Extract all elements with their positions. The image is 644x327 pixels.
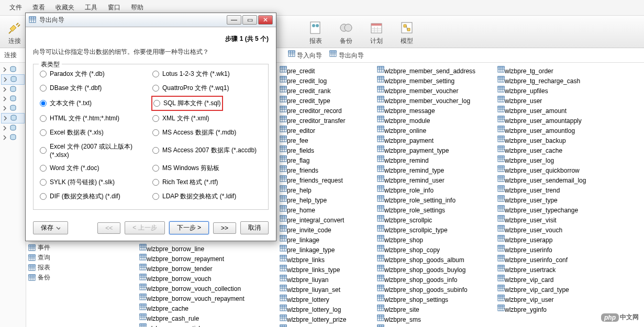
table-item[interactable]: wlzbpre_vip_card_type xyxy=(497,285,586,294)
table-item[interactable]: wlzbpre_tg_recharge_cash xyxy=(497,76,586,85)
table-item[interactable]: wlzbpre_liuyan xyxy=(280,275,365,284)
import-wizard-link[interactable]: 导入向导 xyxy=(288,50,322,60)
table-item[interactable]: wlzbpre_site xyxy=(377,305,475,313)
table-item[interactable]: wlzbpre_tg_order xyxy=(497,66,586,75)
dialog-titlebar[interactable]: 导出向导 — ▭ ✕ xyxy=(26,13,276,27)
table-item[interactable]: wlzbpre_user_type xyxy=(497,195,586,204)
table-item[interactable]: pre_editor xyxy=(280,126,365,134)
tree-item[interactable]: 报表 xyxy=(28,263,134,273)
table-item[interactable]: pre_friends_request xyxy=(280,175,365,184)
format-radio[interactable]: Rich Text 格式 (*.rtf) xyxy=(152,178,262,187)
table-item[interactable]: wlzbpre_userinfo xyxy=(497,245,586,254)
table-item[interactable]: pre_linkage xyxy=(280,235,365,244)
table-item[interactable]: wlzbpre_module xyxy=(377,116,475,125)
table-item[interactable]: pre_fields xyxy=(280,145,365,154)
tree-item[interactable]: 事件 xyxy=(28,243,134,253)
table-item[interactable]: pre_help_type xyxy=(280,195,365,204)
maximize-button[interactable]: ▭ xyxy=(242,15,257,25)
table-item[interactable]: wlzbpre_vip_card xyxy=(497,275,586,284)
table-item[interactable]: pre_creditor_transfer xyxy=(280,116,365,125)
table-item[interactable]: wlzbpre_member_voucher xyxy=(377,86,475,95)
sidebar-db-item[interactable] xyxy=(1,133,25,142)
table-item[interactable]: pre_flag xyxy=(280,155,365,164)
table-item[interactable]: wlzbpre_sms xyxy=(377,314,475,323)
table-item[interactable]: wlzbpre_user_trend xyxy=(497,185,586,194)
table-item[interactable]: wlzbpre_payment xyxy=(377,136,475,144)
format-radio[interactable]: Excel 文件 (2007 或以上版本) (*.xlsx) xyxy=(40,142,149,159)
format-radio[interactable]: QuattroPro 文件 (*.wq1) xyxy=(152,84,262,93)
table-item[interactable]: wlzbpre_borrow_vouch_collection xyxy=(139,284,245,292)
table-item[interactable]: wlzbpre_message xyxy=(377,106,475,115)
format-radio[interactable]: SYLK (符号链接) (*.slk) xyxy=(40,178,149,187)
format-radio[interactable]: HTML 文件 (*.htm;*.html) xyxy=(40,114,149,123)
table-item[interactable]: wlzbpre_upfiles xyxy=(497,86,586,95)
table-item[interactable]: wlzbpre_borrow_repayment xyxy=(139,254,245,263)
tool-connect[interactable]: 连接 xyxy=(4,18,25,46)
table-item[interactable]: wlzbpre_user_amount xyxy=(497,106,586,115)
table-item[interactable]: wlzbpre_remind_type xyxy=(377,165,475,174)
table-item[interactable]: wlzbpre_member_send_address xyxy=(377,66,475,75)
table-item[interactable]: wlzbpre_member_setting xyxy=(377,76,475,85)
last-button[interactable]: >> xyxy=(213,222,236,234)
next-button[interactable]: 下一步 > xyxy=(169,221,209,234)
tool-model[interactable]: 模型 xyxy=(396,18,417,46)
table-item[interactable]: wlzbpre_yginfo xyxy=(497,305,586,313)
format-radio[interactable]: DIF (数据交换格式) (*.dif) xyxy=(40,192,149,201)
table-item[interactable]: pre_integral_convert xyxy=(280,215,365,224)
table-item[interactable]: wlzbpre_payment_type xyxy=(377,145,475,154)
table-item[interactable]: wlzbpre_lottery_prize xyxy=(280,314,365,323)
sidebar-db-item[interactable] xyxy=(1,65,25,74)
table-item[interactable]: wlzbpre_remind_user xyxy=(377,175,475,184)
format-radio[interactable]: MS Access 2007 数据库 (*.accdb) xyxy=(152,142,262,159)
format-radio[interactable]: Lotus 1-2-3 文件 (*.wk1) xyxy=(152,70,262,78)
table-item[interactable]: wlzbpre_user_cache xyxy=(497,145,586,154)
format-radio[interactable]: MS Windows 剪贴板 xyxy=(152,164,262,173)
table-item[interactable]: wlzbpre_lottery xyxy=(280,295,365,303)
format-radio[interactable]: SQL 脚本文件 (*.sql) xyxy=(152,98,262,109)
table-item[interactable]: pre_friends xyxy=(280,165,365,174)
table-item[interactable]: wlzbpre_user_sendemail_log xyxy=(497,175,586,184)
table-item[interactable]: pre_help xyxy=(280,185,365,194)
table-item[interactable]: wlzbpre_cms_article xyxy=(139,323,245,327)
tree-item[interactable]: 查询 xyxy=(28,253,134,263)
table-item[interactable]: wlzbpre_role_setting_info xyxy=(377,195,475,204)
cancel-button[interactable]: 取消 xyxy=(240,221,269,234)
table-item[interactable]: wlzbpre_borrow_line xyxy=(139,244,245,253)
format-radio[interactable]: Paradox 文件 (*.db) xyxy=(40,70,149,78)
table-item[interactable]: wlzbpre_user_backup xyxy=(497,136,586,144)
sidebar-db-item[interactable] xyxy=(1,113,25,123)
table-item[interactable]: wlzbpre_links_type xyxy=(280,265,365,274)
table-item[interactable]: wlzbpre_shop_goods_subinfo xyxy=(377,285,475,294)
minimize-button[interactable]: — xyxy=(227,15,241,25)
table-item[interactable]: wlzbpre_user_log xyxy=(497,155,586,164)
table-item[interactable]: wlzbpre_member_voucher_log xyxy=(377,96,475,105)
table-item[interactable]: wlzbpre_lottery_log xyxy=(280,305,365,313)
table-item[interactable]: wlzbpre_scrollpic xyxy=(377,215,475,224)
format-radio[interactable]: Word 文件 (*.doc) xyxy=(40,164,149,173)
table-item[interactable]: wlzbpre_shop_goods_album xyxy=(377,255,475,264)
table-item[interactable]: pre_credit_type xyxy=(280,96,365,105)
table-item[interactable]: wlzbpre_role_info xyxy=(377,185,475,194)
sidebar-db-item[interactable] xyxy=(1,74,25,85)
table-item[interactable]: pre_fee xyxy=(280,136,365,144)
table-item[interactable]: pre_credit_log xyxy=(280,76,365,85)
table-item[interactable]: wlzbpre_shop xyxy=(377,235,475,244)
table-item[interactable]: wlzbpre_shop_settings xyxy=(377,295,475,303)
tool-schedule[interactable]: 计划 xyxy=(366,18,387,46)
table-item[interactable]: wlzbpre_usertrack xyxy=(497,265,586,274)
format-radio[interactable]: 文本文件 (*.txt) xyxy=(40,98,149,109)
table-item[interactable]: wlzbpre_liuyan_set xyxy=(280,285,365,294)
format-radio[interactable]: LDAP 数据交换格式 (*.ldif) xyxy=(152,192,262,201)
table-item[interactable]: wlzbpre_lottery_times xyxy=(280,324,365,327)
table-item[interactable]: wlzbpre_userinfo_conf xyxy=(497,255,586,264)
menu-file[interactable]: 文件 xyxy=(4,1,27,14)
table-item[interactable]: wlzbpre_shop_goods_buylog xyxy=(377,265,475,274)
table-item[interactable]: wlzbpre_user_amountapply xyxy=(497,116,586,125)
table-item[interactable]: wlzbpre_scrollpic_type xyxy=(377,225,475,234)
table-item[interactable]: wlzbpre_user_quickborrow xyxy=(497,165,586,174)
table-item[interactable]: wlzbpre_user_visit xyxy=(497,215,586,224)
sidebar-db-item[interactable] xyxy=(1,85,25,94)
export-wizard-link[interactable]: 导出向导 xyxy=(329,50,363,60)
sidebar-db-item[interactable] xyxy=(1,104,25,113)
table-item[interactable]: wlzbpre_cache xyxy=(139,303,245,312)
